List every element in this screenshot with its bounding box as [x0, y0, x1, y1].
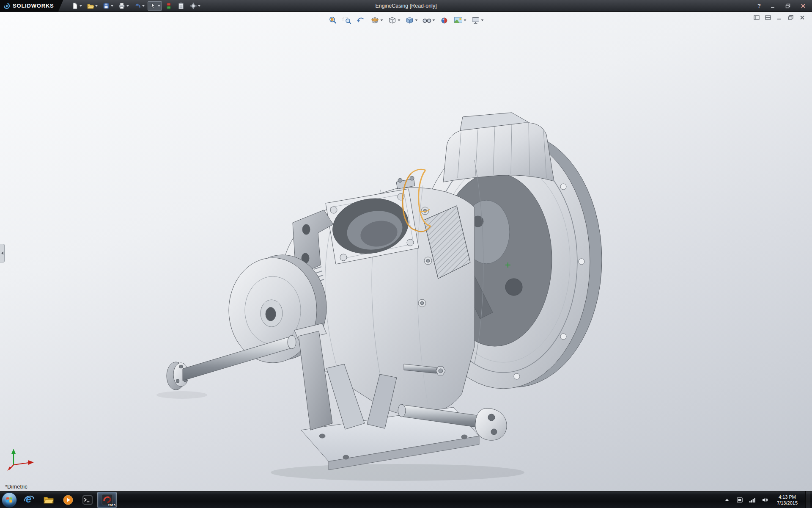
zoom-to-fit-icon	[329, 16, 338, 25]
taskbar-clock[interactable]: 4:13 PM 7/13/2015	[774, 494, 801, 506]
options-button[interactable]	[188, 1, 202, 11]
chevron-down-icon	[198, 5, 200, 7]
view-settings-button[interactable]	[470, 15, 485, 25]
chevron-down-icon	[80, 5, 82, 7]
chevron-down-icon	[481, 19, 484, 21]
view-orientation-button[interactable]	[387, 15, 401, 25]
folder-icon	[43, 495, 54, 505]
previous-view-icon	[357, 16, 366, 25]
rebuild-button[interactable]	[163, 1, 174, 11]
feature-panel-collapse-tab[interactable]	[0, 244, 5, 262]
volume-button[interactable]	[761, 494, 769, 505]
zoom-to-fit-button[interactable]	[328, 15, 339, 25]
solidworks-year-badge: 2015	[108, 503, 115, 507]
chevron-down-icon	[415, 19, 418, 21]
glasses-icon	[422, 16, 432, 25]
show-desktop-button[interactable]	[805, 491, 810, 508]
brand-text: SOLIDWORKS	[13, 3, 54, 9]
quick-access-toolbar	[69, 1, 202, 11]
document-window-controls	[753, 14, 806, 21]
help-button[interactable]: ?	[755, 3, 763, 9]
minimize-icon	[770, 3, 775, 8]
media-player-icon	[63, 494, 74, 505]
open-button[interactable]	[85, 1, 99, 11]
save-button[interactable]	[101, 1, 115, 11]
clock-date: 7/13/2015	[777, 500, 798, 506]
edit-appearance-button[interactable]	[439, 15, 450, 25]
engine-casing-model[interactable]	[0, 12, 812, 491]
chevron-down-icon	[126, 5, 129, 7]
section-view-icon	[370, 16, 380, 25]
save-icon	[102, 2, 110, 10]
minimize-button[interactable]	[767, 2, 778, 10]
file-properties-icon	[177, 2, 185, 10]
new-button[interactable]	[69, 1, 84, 11]
taskbar-media-player[interactable]	[58, 492, 78, 508]
solidworks-logo: SOLIDWORKS	[0, 0, 63, 12]
chevron-down-icon	[464, 19, 466, 21]
restore-icon	[788, 15, 794, 20]
dassault-swirl-icon	[3, 3, 10, 9]
minimize-icon	[776, 15, 783, 20]
split-view-button[interactable]	[764, 14, 772, 21]
command-prompt-icon	[82, 495, 93, 505]
close-button[interactable]	[798, 2, 809, 10]
titlebar-controls: ?	[755, 2, 812, 10]
windows-flag-icon	[5, 496, 14, 504]
close-icon	[799, 15, 806, 20]
chevron-down-icon	[433, 19, 435, 21]
internet-explorer-icon: e	[24, 494, 35, 505]
network-button[interactable]	[748, 494, 757, 505]
select-cursor-icon	[149, 2, 157, 10]
display-style-button[interactable]	[404, 15, 419, 25]
file-properties-button[interactable]	[176, 1, 187, 11]
zoom-to-area-button[interactable]	[342, 15, 353, 25]
taskbar-solidworks[interactable]: 2015	[97, 492, 117, 508]
tray-app-icon	[736, 497, 743, 503]
view-settings-icon	[471, 16, 480, 25]
taskbar-file-explorer[interactable]	[39, 492, 58, 508]
graphics-viewport[interactable]: *Dimetric	[0, 12, 812, 491]
appearance-sphere-icon	[440, 16, 449, 25]
previous-view-button[interactable]	[356, 15, 367, 25]
system-tray: 4:13 PM 7/13/2015	[723, 491, 812, 508]
tray-app-button[interactable]	[735, 494, 744, 505]
restore-button[interactable]	[782, 2, 793, 10]
section-view-button[interactable]	[370, 15, 384, 25]
taskbar-command-prompt[interactable]	[78, 492, 97, 508]
print-button[interactable]	[116, 1, 131, 11]
chevron-down-icon	[95, 5, 98, 7]
doc-minimize-button[interactable]	[776, 14, 783, 21]
network-icon	[749, 497, 756, 503]
print-icon	[118, 2, 126, 10]
chevron-up-icon	[725, 499, 729, 501]
split-icon	[765, 15, 771, 20]
select-button[interactable]	[148, 1, 162, 11]
reference-triad	[7, 445, 37, 472]
new-document-icon	[71, 2, 79, 10]
chevron-left-icon	[1, 251, 3, 255]
pane-icon	[754, 15, 760, 20]
chevron-down-icon	[142, 5, 145, 7]
undo-button[interactable]	[132, 1, 146, 11]
doc-close-button[interactable]	[798, 14, 806, 21]
chevron-down-icon	[158, 5, 160, 7]
apply-scene-button[interactable]	[453, 15, 467, 25]
scene-icon	[454, 16, 463, 25]
open-folder-icon	[87, 2, 94, 10]
view-orientation-cube-icon	[388, 16, 397, 25]
zoom-to-area-icon	[343, 16, 352, 25]
taskbar-internet-explorer[interactable]: e	[19, 492, 39, 508]
hide-show-items-button[interactable]	[422, 15, 436, 25]
rebuild-icon	[165, 2, 173, 10]
doc-restore-button[interactable]	[787, 14, 795, 21]
chevron-down-icon	[381, 19, 383, 21]
close-icon	[801, 3, 806, 8]
undo-icon	[134, 2, 141, 10]
restore-icon	[785, 3, 790, 8]
start-button[interactable]	[2, 492, 17, 508]
show-hidden-icons-button[interactable]	[723, 494, 731, 505]
view-orientation-label: *Dimetric	[5, 483, 27, 490]
feature-pane-button[interactable]	[753, 14, 760, 21]
headsup-view-toolbar	[328, 15, 485, 25]
